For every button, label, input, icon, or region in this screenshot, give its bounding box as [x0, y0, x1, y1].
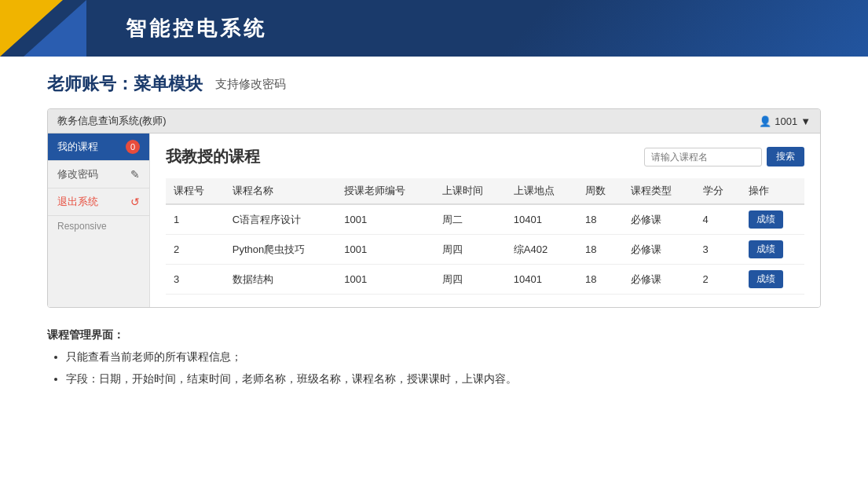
col-location: 上课地点 [506, 178, 577, 204]
cell-name: C语言程序设计 [225, 204, 337, 235]
sidebar-item-logout[interactable]: 退出系统 ↺ [48, 188, 149, 215]
table-row: 3 数据结构 1001 周四 10401 18 必修课 2 成绩 [166, 265, 804, 295]
search-input[interactable] [644, 148, 762, 166]
panel-header: 我教授的课程 搜索 [166, 146, 804, 167]
cell-location: 综A402 [506, 235, 577, 265]
desc-item-1: 只能查看当前老师的所有课程信息； [66, 346, 821, 368]
cell-time: 周四 [434, 235, 506, 265]
col-type: 课程类型 [623, 178, 694, 204]
col-action: 操作 [741, 178, 804, 204]
dropdown-icon: ▼ [800, 115, 811, 127]
col-weeks: 周数 [577, 178, 623, 204]
browser-bar-user[interactable]: 👤 1001 ▼ [759, 115, 811, 127]
user-icon: 👤 [759, 115, 771, 127]
table-header-row: 课程号 课程名称 授课老师编号 上课时间 上课地点 周数 课程类型 学分 操作 [166, 178, 804, 204]
courses-table: 课程号 课程名称 授课老师编号 上课时间 上课地点 周数 课程类型 学分 操作 [166, 178, 804, 295]
desc-title: 课程管理界面： [47, 328, 124, 341]
search-area: 搜索 [644, 147, 804, 166]
main-content: 老师账号：菜单模块 支持修改密码 教务信息查询系统(教师) 👤 1001 ▼ 我… [0, 57, 868, 405]
edit-icon: ✎ [130, 168, 140, 181]
section-title: 老师账号：菜单模块 支持修改密码 [47, 72, 821, 96]
cell-name: 数据结构 [225, 265, 337, 295]
description-section: 课程管理界面： 只能查看当前老师的所有课程信息； 字段：日期，开始时间，结束时间… [47, 324, 821, 390]
logo [0, 0, 114, 57]
section-title-sub: 支持修改密码 [215, 77, 286, 92]
user-id: 1001 [775, 115, 797, 127]
app-header: 智能控电系统 [0, 0, 868, 57]
cell-location: 10401 [506, 265, 577, 295]
desc-item-2: 字段：日期，开始时间，结束时间，老师名称，班级名称，课程名称，授课课时，上课内容… [66, 368, 821, 390]
cell-id: 3 [166, 265, 225, 295]
cell-teacher-id: 1001 [336, 204, 434, 235]
action-button[interactable]: 成绩 [749, 240, 783, 258]
sidebar: 我的课程 0 修改密码 ✎ 退出系统 ↺ Responsive [48, 134, 150, 307]
main-panel: 我教授的课程 搜索 课程号 课程名称 授课老师编号 上课时间 上课地点 [150, 134, 820, 307]
cell-location: 10401 [506, 204, 577, 235]
app-content: 我的课程 0 修改密码 ✎ 退出系统 ↺ Responsive [48, 134, 820, 307]
sidebar-item-change-password[interactable]: 修改密码 ✎ [48, 161, 149, 188]
cell-weeks: 18 [577, 265, 623, 295]
table-row: 2 Python爬虫技巧 1001 周四 综A402 18 必修课 3 成绩 [166, 235, 804, 265]
col-name: 课程名称 [225, 178, 337, 204]
sidebar-change-password-label: 修改密码 [57, 167, 98, 181]
cell-teacher-id: 1001 [336, 235, 434, 265]
action-button[interactable]: 成绩 [749, 210, 783, 229]
app-title: 智能控电系统 [126, 15, 267, 42]
browser-bar-title: 教务信息查询系统(教师) [57, 114, 167, 128]
panel-title: 我教授的课程 [166, 146, 260, 167]
cell-name: Python爬虫技巧 [225, 235, 337, 265]
cell-time: 周二 [434, 204, 506, 235]
sidebar-responsive-label: Responsive [48, 216, 149, 236]
cell-credits: 4 [695, 204, 741, 235]
col-credits: 学分 [695, 178, 741, 204]
cell-action[interactable]: 成绩 [741, 204, 804, 235]
col-teacher-id: 授课老师编号 [336, 178, 434, 204]
logo-blue-triangle [24, 0, 86, 57]
cell-weeks: 18 [577, 235, 623, 265]
cell-credits: 3 [695, 235, 741, 265]
browser-bar: 教务信息查询系统(教师) 👤 1001 ▼ [48, 109, 820, 134]
cell-weeks: 18 [577, 204, 623, 235]
sidebar-my-courses-label: 我的课程 [57, 140, 98, 154]
cell-time: 周四 [434, 265, 506, 295]
cell-action[interactable]: 成绩 [741, 265, 804, 295]
cell-teacher-id: 1001 [336, 265, 434, 295]
cell-id: 1 [166, 204, 225, 235]
cell-action[interactable]: 成绩 [741, 235, 804, 265]
browser-window: 教务信息查询系统(教师) 👤 1001 ▼ 我的课程 0 修改密码 ✎ [47, 108, 821, 308]
action-button[interactable]: 成绩 [749, 270, 783, 288]
search-button[interactable]: 搜索 [767, 147, 804, 166]
col-time: 上课时间 [434, 178, 506, 204]
logout-icon: ↺ [130, 196, 140, 208]
cell-type: 必修课 [623, 235, 694, 265]
section-title-main: 老师账号：菜单模块 [47, 72, 203, 96]
col-id: 课程号 [166, 178, 225, 204]
sidebar-item-my-courses[interactable]: 我的课程 0 [48, 134, 149, 160]
cell-id: 2 [166, 235, 225, 265]
table-row: 1 C语言程序设计 1001 周二 10401 18 必修课 4 成绩 [166, 204, 804, 235]
sidebar-logout-label: 退出系统 [57, 195, 98, 209]
cell-type: 必修课 [623, 204, 694, 235]
sidebar-badge: 0 [126, 140, 140, 154]
cell-type: 必修课 [623, 265, 694, 295]
desc-list: 只能查看当前老师的所有课程信息； 字段：日期，开始时间，结束时间，老师名称，班级… [47, 346, 821, 390]
cell-credits: 2 [695, 265, 741, 295]
